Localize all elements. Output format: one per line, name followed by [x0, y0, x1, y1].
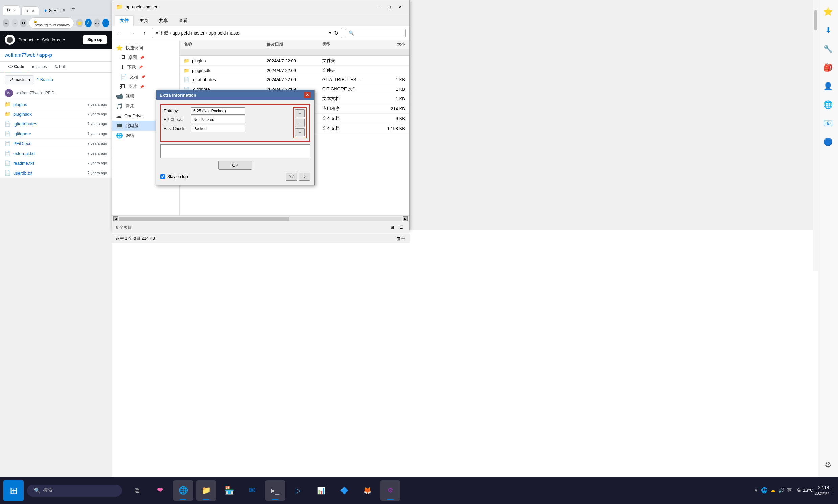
explorer-back-btn[interactable]: ←	[116, 29, 125, 38]
tray-chevron-icon[interactable]: ∧	[754, 487, 758, 493]
table-row[interactable]: 📄.gitattributes 2024/4/7 22:09 GITATTRIB…	[180, 75, 409, 84]
file-row-plugins[interactable]: 📁 plugins 7 years ago	[0, 100, 112, 109]
path-refresh-btn[interactable]: ↻	[334, 30, 338, 36]
branch-button[interactable]: ⎇ master ▾	[5, 75, 34, 84]
list-view-btn[interactable]: ☰	[397, 223, 405, 231]
extension-icon-8[interactable]: 🔵	[821, 135, 835, 149]
tray-volume-icon[interactable]: 🔊	[779, 488, 784, 493]
taskbar-app-terminal[interactable]: ▶_	[265, 480, 285, 501]
taskbar-app-powershell[interactable]: ▷	[288, 480, 308, 501]
tab-code[interactable]: <> Code	[5, 61, 28, 72]
file-row-gitignore[interactable]: 📄 .gitignore 7 years ago	[0, 129, 112, 139]
sidebar-item-quickaccess[interactable]: ⭐ 快速访问	[112, 43, 179, 53]
tab-2-close[interactable]: ✕	[32, 9, 35, 13]
grid-view-btn[interactable]: ⊞	[388, 223, 396, 231]
product-menu[interactable]: Product	[18, 37, 34, 42]
ribbon-tab-file[interactable]: 文件	[115, 15, 134, 26]
entropy-btn-3[interactable]: -	[295, 128, 304, 136]
entropy-value-field[interactable]	[191, 107, 245, 115]
taskbar-app-store[interactable]: 🏪	[219, 480, 239, 501]
hscroll-right-btn[interactable]: ▶	[403, 216, 408, 221]
extension-icon-7[interactable]: 📧	[821, 117, 835, 130]
branch-count[interactable]: 1 Branch	[37, 77, 53, 82]
address-bar[interactable]: 🔒 https://github.com/wo	[29, 17, 74, 29]
explorer-maximize-btn[interactable]: □	[384, 3, 394, 11]
explorer-search-bar[interactable]: 🔍	[345, 29, 406, 37]
nav-settings-btn[interactable]: ⋯	[94, 19, 101, 28]
nav-back-btn[interactable]: ←	[3, 19, 10, 28]
stay-on-top-checkbox[interactable]	[160, 174, 165, 179]
extra-info-scrollable[interactable]	[160, 144, 310, 158]
fast-check-field[interactable]	[191, 125, 245, 132]
file-row-external[interactable]: 📄 external.txt 7 years ago	[0, 148, 112, 158]
signup-button[interactable]: Sign up	[83, 35, 107, 44]
explorer-up-btn[interactable]: ↑	[140, 29, 149, 38]
nav-forward-btn[interactable]: →	[12, 19, 18, 28]
explorer-minimize-btn[interactable]: ─	[373, 3, 383, 11]
tab-1-close[interactable]: ✕	[13, 8, 16, 12]
ribbon-tab-view[interactable]: 查看	[174, 15, 193, 26]
nav-extensions-btn[interactable]: ⭐	[76, 19, 83, 28]
explorer-path-bar[interactable]: « 下载 › app-peid-master › app-peid-master…	[152, 28, 342, 38]
entropy-btn-2[interactable]: -	[295, 119, 304, 127]
extension-download-icon[interactable]: ⬇	[821, 24, 835, 37]
file-row-readme[interactable]: 📄 readme.txt 7 years ago	[0, 158, 112, 168]
browser-tab-2[interactable]: pc ✕	[21, 6, 39, 15]
table-row[interactable]: 📁plugins 2024/4/7 22:09 文件夹	[180, 56, 409, 66]
start-button[interactable]: ⊞	[3, 480, 24, 501]
hscroll-left-btn[interactable]: ◀	[114, 216, 118, 221]
col-size-header[interactable]: 大小	[377, 42, 405, 47]
taskbar-app-blue[interactable]: 🔷	[334, 480, 354, 501]
grid-view-btn-2[interactable]: ⊞	[396, 236, 400, 241]
explorer-hscrollbar[interactable]: ◀ ▶	[112, 215, 409, 221]
tab-issues[interactable]: ● Issues	[28, 61, 50, 72]
ep-check-field[interactable]	[191, 116, 245, 124]
taskbar-clock[interactable]: 22:14 2024/4/7	[815, 485, 829, 496]
sidebar-item-downloads[interactable]: ⬇ 下载 📌	[112, 62, 179, 72]
col-date-header[interactable]: 修改日期	[267, 42, 322, 47]
extension-icon-6[interactable]: 🌐	[821, 98, 835, 112]
repo-name-link[interactable]: app-p	[39, 52, 52, 58]
sidebar-item-desktop[interactable]: 🖥 桌面 📌	[112, 53, 179, 62]
taskbar-app-monitor[interactable]: 📊	[311, 480, 331, 501]
browser-vertical-scrollbar[interactable]	[813, 0, 818, 271]
extension-icon-1[interactable]: ⭐	[821, 5, 835, 19]
edge-icon[interactable]: E	[102, 19, 109, 28]
file-row-gitattributes[interactable]: 📄 .gitattributes 7 years ago	[0, 119, 112, 129]
col-type-header[interactable]: 类型	[322, 42, 378, 47]
tray-lang-icon[interactable]: 英	[787, 487, 792, 493]
help-button[interactable]: ??	[286, 173, 297, 181]
tab-3-close[interactable]: ✕	[63, 8, 65, 12]
solutions-menu[interactable]: Solutions	[42, 37, 60, 42]
ok-button[interactable]: OK	[218, 161, 252, 170]
taskbar-app-peid[interactable]: ⚙	[380, 480, 400, 501]
nav-refresh-btn[interactable]: ↻	[20, 19, 27, 28]
new-tab-btn[interactable]: +	[69, 4, 78, 14]
file-row-peid[interactable]: 📄 PEiD.exe 7 years ago	[0, 139, 112, 148]
extension-icon-4[interactable]: 🎒	[821, 61, 835, 74]
taskbar-search[interactable]: 🔍 搜索	[27, 485, 122, 497]
taskbar-app-taskview[interactable]: ⧉	[127, 480, 147, 501]
tray-cloud-icon[interactable]: ☁	[770, 487, 776, 493]
nav-profile-btn[interactable]: A	[85, 19, 92, 28]
extra-info-close-btn[interactable]: ✕	[304, 92, 311, 98]
path-dropdown-btn[interactable]: ▾	[329, 31, 331, 36]
taskbar-app-explorer[interactable]: 📁	[196, 480, 216, 501]
taskbar-app-mail[interactable]: ✉	[242, 480, 262, 501]
extension-settings-icon[interactable]: ⚙	[821, 458, 835, 472]
tab-pull[interactable]: ⇅ Pull	[51, 61, 69, 72]
entropy-btn-1[interactable]: -	[295, 109, 304, 118]
explorer-close-btn[interactable]: ✕	[395, 3, 405, 11]
col-name-header[interactable]: 名称	[184, 42, 267, 47]
tray-network-icon[interactable]: 🌐	[761, 487, 768, 493]
extension-icon-5[interactable]: 👤	[821, 79, 835, 93]
arrow-button[interactable]: ->	[299, 173, 310, 181]
explorer-forward-btn[interactable]: →	[127, 29, 137, 38]
hscroll-track[interactable]	[119, 217, 402, 221]
extension-icon-3[interactable]: 🔧	[821, 42, 835, 56]
repo-user-link[interactable]: wolfram77web	[5, 52, 35, 58]
sidebar-item-documents[interactable]: 📄 文档 📌	[112, 72, 179, 82]
file-row-pluginsdk[interactable]: 📁 pluginsdk 7 years ago	[0, 109, 112, 119]
browser-tab-1[interactable]: 联 ✕	[3, 5, 20, 15]
taskbar-app-fox[interactable]: 🦊	[357, 480, 377, 501]
